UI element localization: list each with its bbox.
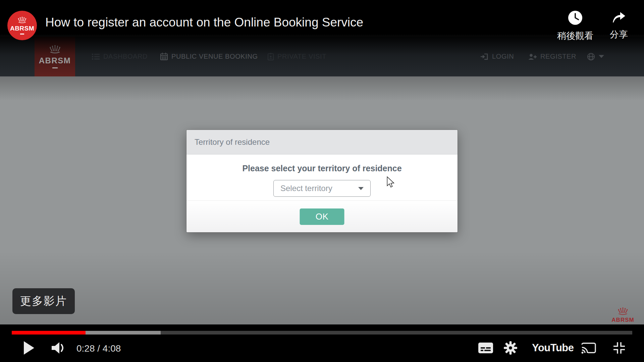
calendar-icon (160, 53, 168, 60)
exit-fullscreen-icon (612, 341, 626, 355)
site-navbar: ABRSM DASHBOARD (0, 37, 644, 76)
crown-icon (48, 45, 62, 55)
bottom-gradient (0, 251, 644, 324)
time-display: 0:28 / 4:08 (76, 343, 121, 354)
player-control-bar: 0:28 / 4:08 (0, 324, 644, 362)
channel-avatar-label: ABRSM (10, 25, 34, 32)
nav-label: DASHBOARD (103, 53, 148, 60)
share-button[interactable]: 分享 (595, 10, 642, 41)
user-plus-icon (528, 53, 537, 60)
modal-title: Territory of residence (195, 137, 270, 147)
sign-in-icon (480, 53, 488, 60)
abrsm-watermark: ABRSM (612, 307, 634, 326)
youtube-logo[interactable]: YouTube (532, 342, 574, 354)
youtube-player: ABRSM DASHBOARD (0, 0, 644, 362)
watch-later-label: 稍後觀看 (557, 30, 593, 42)
territory-select[interactable]: Select territory (273, 180, 371, 197)
video-content-area[interactable]: ABRSM DASHBOARD (0, 0, 644, 324)
play-icon (23, 341, 35, 355)
subtitles-icon (478, 342, 493, 354)
play-button[interactable] (21, 340, 37, 356)
watch-later-icon (568, 10, 583, 25)
exit-fullscreen-button[interactable] (612, 341, 627, 355)
progress-bar[interactable] (12, 331, 632, 335)
id-badge-icon (268, 53, 274, 60)
channel-avatar[interactable]: ABRSM (7, 11, 37, 40)
logo-underline (52, 67, 58, 68)
more-videos-button[interactable]: 更多影片 (12, 288, 75, 314)
nav-item-register[interactable]: REGISTER (528, 37, 576, 76)
share-icon (611, 10, 627, 24)
nav-label: REGISTER (540, 53, 576, 60)
nav-item-public-venue-booking[interactable]: PUBLIC VENUE BOOKING (160, 37, 258, 76)
territory-select-placeholder: Select territory (280, 184, 358, 193)
nav-label: PUBLIC VENUE BOOKING (171, 53, 258, 60)
territory-modal-header: Territory of residence (186, 130, 458, 155)
select-caret-icon (358, 187, 364, 190)
nav-item-private-visit[interactable]: PRIVATE VISIT (268, 37, 326, 76)
nav-label: LOGIN (492, 53, 514, 60)
gear-icon (503, 341, 518, 355)
nav-label: PRIVATE VISIT (277, 53, 326, 60)
avatar-underline (20, 34, 24, 35)
chevron-down-icon (599, 55, 604, 58)
site-logo-label: ABRSM (39, 56, 71, 65)
cast-button[interactable] (580, 341, 597, 355)
nav-item-dashboard[interactable]: DASHBOARD (92, 37, 148, 76)
nav-item-login[interactable]: LOGIN (480, 37, 514, 76)
territory-modal: Territory of residence Please select you… (186, 130, 458, 232)
site-logo[interactable]: ABRSM (35, 37, 75, 76)
share-label: 分享 (610, 28, 628, 41)
video-title[interactable]: How to register an account on the Online… (45, 15, 363, 29)
ok-button[interactable]: OK (300, 208, 344, 225)
progress-played (12, 331, 86, 335)
volume-icon (51, 342, 66, 354)
crown-icon (16, 16, 28, 24)
settings-button[interactable]: HD (503, 341, 518, 355)
globe-icon (587, 53, 595, 61)
cast-icon (581, 342, 597, 354)
modal-prompt: Please select your territory of residenc… (186, 164, 458, 173)
watermark-label: ABRSM (611, 317, 634, 323)
list-icon (92, 53, 100, 60)
watch-later-button[interactable]: 稍後觀看 (552, 10, 599, 42)
territory-modal-footer: OK (186, 200, 458, 232)
subtitles-button[interactable] (478, 342, 494, 354)
crown-icon (616, 307, 630, 316)
territory-modal-body: Please select your territory of residenc… (186, 155, 458, 200)
nav-item-language[interactable] (587, 37, 604, 76)
volume-button[interactable] (50, 340, 68, 356)
